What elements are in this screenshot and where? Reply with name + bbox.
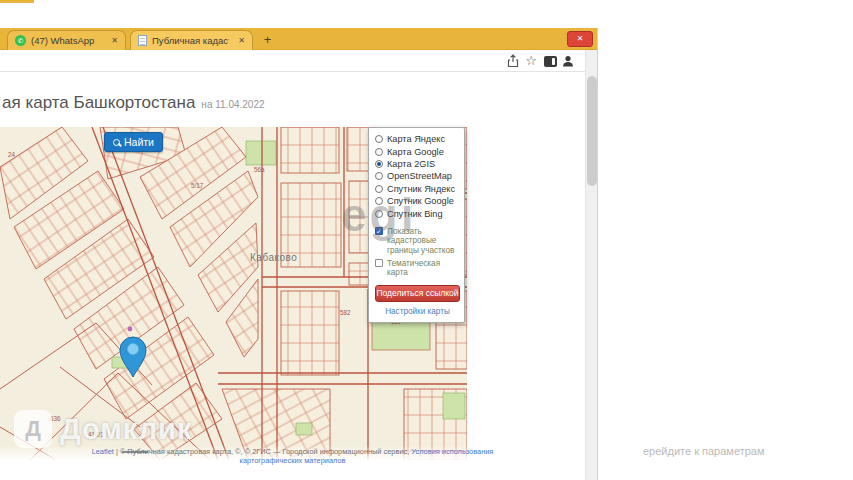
layer-option-2gis-map[interactable]: Карта 2GIS <box>375 158 460 170</box>
map-attribution: Leaflet | © Публичная кадастровая карта,… <box>0 447 585 466</box>
radio-icon[interactable] <box>375 135 383 143</box>
tab-whatsapp[interactable]: ✆ (47) WhatsApp ✕ <box>7 30 126 50</box>
layer-label: Карта Google <box>387 147 444 157</box>
browser-tab-strip: ✆ (47) WhatsApp ✕ Публичная кадастровая … <box>0 28 597 50</box>
scrollbar[interactable] <box>585 50 597 480</box>
parcel-label: 24 <box>8 151 16 158</box>
parcel-label: 5/17 <box>191 182 204 189</box>
windows-activation-text: ерейдите к параметрам <box>643 445 764 457</box>
layer-option-yandex-satellite[interactable]: Спутник Яндекс <box>375 183 460 195</box>
layer-option-openstreetmap[interactable]: OpenStreetMap <box>375 170 460 182</box>
layer-option-bing-satellite[interactable]: Спутник Bing <box>375 207 460 219</box>
whatsapp-icon: ✆ <box>15 35 26 46</box>
find-button-label: Найти <box>124 136 154 148</box>
layer-option-google-satellite[interactable]: Спутник Google <box>375 195 460 207</box>
radio-icon[interactable] <box>375 197 383 205</box>
layer-option-google-map[interactable]: Карта Google <box>375 145 460 157</box>
share-icon[interactable] <box>506 54 520 68</box>
search-icon <box>113 139 120 146</box>
radio-icon[interactable] <box>375 148 383 156</box>
page-title: ая карта Башкортостанана 11.04.2022 <box>2 93 265 113</box>
tab-close-icon[interactable]: ✕ <box>111 36 118 45</box>
tab-close-icon[interactable]: ✕ <box>238 36 245 45</box>
layer-label: Спутник Яндекс <box>387 184 455 194</box>
overlay-label: Показать кадастровые границы участков <box>387 227 460 256</box>
attribution-text: | © Публичная кадастровая карта, ©, © 2Г… <box>114 447 411 456</box>
profile-icon[interactable] <box>561 54 575 68</box>
tab-title: (47) WhatsApp <box>31 35 102 46</box>
new-tab-button[interactable]: + <box>260 32 275 47</box>
checkbox-checked-icon[interactable]: ✓ <box>375 227 383 235</box>
find-button[interactable]: Найти <box>104 132 163 152</box>
domclick-watermark: Д Домклик <box>14 410 192 448</box>
radio-icon[interactable] <box>375 210 383 218</box>
radio-icon-selected[interactable] <box>375 160 383 168</box>
page-title-text: ая карта Башкортостана <box>2 93 195 112</box>
layer-label: Спутник Bing <box>387 209 443 219</box>
terms-link-line2[interactable]: картографических материалов <box>0 456 585 465</box>
overlay-thematic-map[interactable]: Тематическая карта <box>375 259 460 278</box>
page-title-date: на 11.04.2022 <box>201 99 264 110</box>
close-window-button[interactable]: ✕ <box>567 31 593 47</box>
radio-icon[interactable] <box>375 185 383 193</box>
screen: ✆ (47) WhatsApp ✕ Публичная кадастровая … <box>0 0 853 480</box>
layer-label: Карта 2GIS <box>387 159 435 169</box>
tab-cadastral-map[interactable]: Публичная кадастровая карта | ✕ <box>130 30 253 50</box>
terms-link[interactable]: Условия использования <box>411 447 493 456</box>
overlay-label: Тематическая карта <box>387 259 460 278</box>
parcel-label: 56а <box>254 166 265 173</box>
page-content: ая карта Башкортостанана 11.04.2022 <box>0 72 585 480</box>
radio-icon[interactable] <box>375 172 383 180</box>
leaflet-link[interactable]: Leaflet <box>92 447 114 456</box>
map-settings-link[interactable]: Настройки карты <box>375 307 460 316</box>
tab-title: Публичная кадастровая карта | <box>152 35 229 46</box>
share-link-button[interactable]: Поделиться ссылкой <box>375 285 460 302</box>
domclick-watermark-text: Домклик <box>60 413 192 446</box>
layer-label: OpenStreetMap <box>387 171 452 181</box>
layer-label: Спутник Google <box>387 196 454 206</box>
place-label-kabakovo: Кабаково <box>250 252 297 263</box>
scrollbar-thumb[interactable] <box>587 76 597 186</box>
checkbox-icon[interactable] <box>375 259 383 267</box>
parcel-label: 582 <box>340 309 351 316</box>
browser-toolbar: ☆ ⋮ <box>0 50 585 72</box>
layer-label: Карта Яндекс <box>387 134 445 144</box>
document-icon <box>138 35 147 46</box>
domclick-logo-icon: Д <box>14 410 52 448</box>
bookmark-star-icon[interactable]: ☆ <box>524 54 538 68</box>
layer-option-yandex-map[interactable]: Карта Яндекс <box>375 133 460 145</box>
layer-panel: Карта Яндекс Карта Google Карта 2GIS Ope… <box>368 127 465 323</box>
background-window-edge <box>0 0 34 3</box>
side-panel-icon[interactable] <box>544 56 557 67</box>
overlay-cadastral-borders[interactable]: ✓ Показать кадастровые границы участков <box>375 227 460 256</box>
browser-window-edge <box>597 28 598 480</box>
